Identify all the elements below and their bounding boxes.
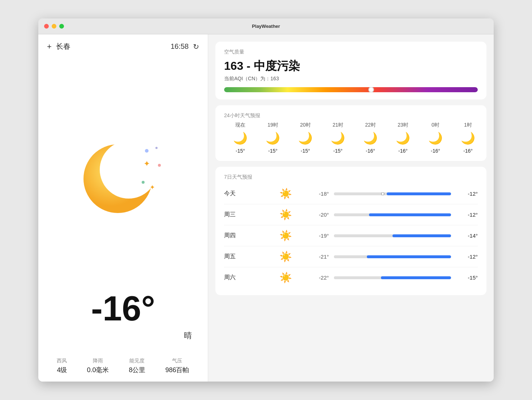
day-temp-bar [334, 234, 451, 237]
day-high-temp: -12° [456, 254, 478, 260]
forecast-24h-item: 现在 🌙 -15° [224, 122, 257, 154]
main-content: + 长春 16:58 ↻ [38, 34, 494, 382]
forecast-24h-item: 21时 🌙 -15° [322, 122, 354, 154]
svg-point-2 [145, 149, 149, 153]
pressure-detail: 气压 986百帕 [165, 358, 189, 374]
svg-point-5 [155, 147, 158, 149]
aqi-value: 163 - 中度污染 [224, 58, 478, 74]
svg-point-1 [100, 141, 158, 199]
forecast-time: 20时 [300, 122, 311, 128]
day-low-temp: -21° [304, 254, 329, 260]
traffic-lights [44, 24, 64, 29]
pressure-value: 986百帕 [165, 366, 189, 374]
forecast-temperature: -15° [236, 148, 245, 154]
forecast-temperature: -16° [398, 148, 408, 154]
wind-detail: 西风 4级 [57, 358, 67, 374]
forecast-time: 22时 [365, 122, 376, 128]
visibility-value: 8公里 [129, 366, 145, 374]
forecast-24h-item: 22时 🌙 -16° [354, 122, 387, 154]
right-panel: 空气质量 163 - 中度污染 当前AQI（CN）为：163 24小时天气预报 … [208, 34, 494, 382]
forecast-7day-card: 7日天气预报 今天 ☀️ -18° -12° 周三 ☀️ -20° -12° 周… [215, 167, 486, 295]
day-name: 今天 [224, 190, 246, 197]
forecast-time: 现在 [235, 122, 245, 128]
forecast-weather-icon: 🌙 [461, 131, 475, 145]
svg-text:✦: ✦ [149, 183, 155, 191]
forecast-weather-icon: 🌙 [266, 131, 280, 145]
aqi-indicator [368, 87, 374, 92]
day-weather-icon: ☀️ [275, 251, 296, 263]
forecast-24h-item: 19时 🌙 -15° [257, 122, 289, 154]
forecast-weather-icon: 🌙 [298, 131, 313, 145]
left-header: + 长春 16:58 ↻ [47, 42, 199, 51]
left-header-right: 16:58 ↻ [171, 42, 199, 51]
forecast-temperature: -15° [301, 148, 310, 154]
day-name: 周三 [224, 211, 246, 218]
pressure-label: 气压 [165, 358, 189, 364]
visibility-label: 能见度 [129, 358, 145, 364]
svg-text:✦: ✦ [143, 159, 150, 168]
forecast-24h-title: 24小时天气预报 [224, 112, 478, 119]
moon-illustration: ✦ ✦ [76, 126, 170, 220]
day-temp-bar [334, 255, 451, 258]
temperature-display: -16° [47, 291, 199, 326]
forecast-24h-card: 24小时天气预报 现在 🌙 -15° 19时 🌙 -15° 20时 🌙 -15°… [215, 105, 486, 161]
refresh-button[interactable]: ↻ [193, 42, 199, 51]
day-high-temp: -12° [456, 212, 478, 218]
day-bar-fill [367, 255, 451, 258]
day-low-temp: -20° [304, 212, 329, 218]
forecast-temperature: -16° [463, 148, 473, 154]
forecast-temperature: -15° [268, 148, 278, 154]
time-display: 16:58 [171, 42, 189, 51]
left-panel: + 长春 16:58 ↻ [38, 34, 208, 382]
city-label: 长春 [56, 42, 70, 51]
svg-point-3 [158, 164, 161, 167]
aqi-gradient [224, 87, 478, 92]
forecast-7day-title: 7日天气预报 [224, 174, 478, 180]
day-bar-fill [392, 234, 451, 237]
forecast-time: 19时 [267, 122, 278, 128]
aqi-subtitle: 当前AQI（CN）为：163 [224, 76, 478, 82]
forecast-24h-row: 现在 🌙 -15° 19时 🌙 -15° 20时 🌙 -15° 21时 🌙 -1… [224, 122, 478, 154]
aqi-card: 空气质量 163 - 中度污染 当前AQI（CN）为：163 [215, 42, 486, 99]
rain-label: 降雨 [87, 358, 109, 364]
aqi-card-title: 空气质量 [224, 49, 478, 55]
forecast-time: 1时 [464, 122, 472, 128]
day-low-temp: -19° [304, 233, 329, 239]
forecast-temperature: -16° [431, 148, 440, 154]
close-button[interactable] [44, 24, 49, 29]
rain-value: 0.0毫米 [87, 366, 109, 374]
left-header-left: + 长春 [47, 42, 70, 51]
day-name: 周四 [224, 232, 246, 239]
forecast-24h-item: 1时 🌙 -16° [452, 122, 478, 154]
forecast-temperature: -15° [333, 148, 343, 154]
forecast-day-row: 周六 ☀️ -22° -15° [224, 267, 478, 288]
day-low-temp: -18° [304, 191, 329, 197]
forecast-time: 21时 [332, 122, 343, 128]
day-temp-bar [334, 192, 451, 195]
day-low-temp: -22° [304, 275, 329, 281]
forecast-day-row: 周五 ☀️ -21° -12° [224, 246, 478, 267]
day-bar-fill [381, 276, 451, 279]
wind-value: 4级 [57, 366, 67, 374]
day-weather-icon: ☀️ [275, 230, 296, 242]
forecast-weather-icon: 🌙 [428, 131, 443, 145]
visibility-detail: 能见度 8公里 [129, 358, 145, 374]
day-weather-icon: ☀️ [275, 188, 296, 200]
forecast-time: 0时 [432, 122, 439, 128]
day-name: 周六 [224, 274, 246, 281]
add-city-button[interactable]: + [47, 42, 52, 51]
svg-point-4 [142, 181, 145, 184]
forecast-weather-icon: 🌙 [396, 131, 410, 145]
day-temp-bar [334, 213, 451, 216]
aqi-bar [224, 87, 478, 92]
minimize-button[interactable] [52, 24, 56, 29]
day-weather-icon: ☀️ [275, 272, 296, 284]
app-window: PlayWeather + 长春 16:58 ↻ [38, 18, 494, 382]
forecast-weather-icon: 🌙 [363, 131, 378, 145]
moon-container: ✦ ✦ [47, 59, 199, 288]
window-title: PlayWeather [252, 24, 280, 29]
maximize-button[interactable] [59, 24, 64, 29]
forecast-weather-icon: 🌙 [331, 131, 345, 145]
forecast-day-row: 今天 ☀️ -18° -12° [224, 183, 478, 204]
forecast-7day-rows: 今天 ☀️ -18° -12° 周三 ☀️ -20° -12° 周四 ☀️ -1… [224, 183, 478, 288]
